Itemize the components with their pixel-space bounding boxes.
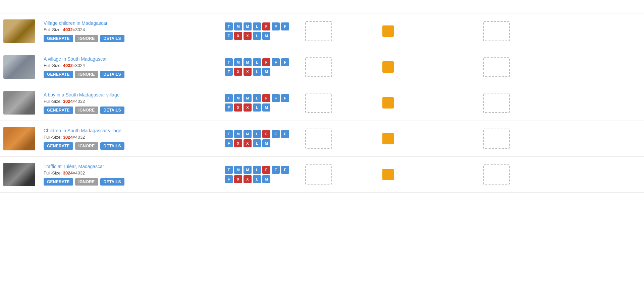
badge-l: L: [253, 103, 261, 112]
retina-upload-drop-zone[interactable]: [483, 164, 510, 185]
badge-x: X: [244, 175, 252, 183]
badge-m: M: [244, 58, 252, 66]
badge-f: F: [281, 130, 289, 138]
fullsize-drop-zone[interactable]: [305, 164, 332, 185]
badge-grid: TMMLFFF FXXLM: [225, 166, 305, 183]
badge-grid: TMMLFFF FXXLM: [225, 130, 305, 147]
fullsize-number: 4032: [63, 27, 73, 32]
badge-m: M: [244, 22, 252, 30]
main-table: Village children in Madagascar Full-Size…: [0, 0, 644, 283]
fullsize-replace-cell: [305, 164, 382, 185]
generate-button[interactable]: GENERATE: [44, 35, 73, 42]
thumbnail-image: [3, 163, 35, 186]
badge-row-2: FXXLM: [225, 103, 305, 112]
badge-f: F: [281, 94, 289, 102]
image-title: Children in South Madagascar village: [44, 128, 225, 133]
media-cell: TMMLFFF FXXLM: [225, 94, 305, 112]
badge-f: F: [262, 130, 270, 138]
details-button[interactable]: DETAILS: [100, 178, 124, 186]
fullsize-drop-zone[interactable]: [305, 21, 332, 41]
badge-m: M: [244, 94, 252, 102]
fullsize-number: 3024: [63, 135, 73, 140]
retina-upload-drop-zone[interactable]: [483, 129, 510, 149]
badge-f: F: [272, 22, 280, 30]
badge-m: M: [234, 94, 242, 102]
badge-row-1: TMMLFFF: [225, 130, 305, 138]
badge-m: M: [262, 32, 270, 40]
badge-f: F: [272, 58, 280, 66]
ignore-button[interactable]: IGNORE: [75, 107, 98, 114]
ignore-button[interactable]: IGNORE: [75, 178, 98, 186]
media-cell: TMMLFFF FXXLM: [225, 22, 305, 40]
badge-t: T: [225, 58, 233, 66]
generate-button[interactable]: GENERATE: [44, 142, 73, 150]
action-buttons: GENERATE IGNORE DETAILS: [44, 71, 225, 78]
thumbnail-cell: [3, 163, 44, 186]
image-title: Village children in Madagascar: [44, 20, 225, 26]
header-fullsize: [305, 3, 382, 9]
ignore-button[interactable]: IGNORE: [75, 71, 98, 78]
details-button[interactable]: DETAILS: [100, 107, 124, 114]
badge-t: T: [225, 22, 233, 30]
fullsize-replace-cell: [305, 21, 382, 41]
badge-row-1: TMMLFFF: [225, 58, 305, 66]
retina-cell: [382, 61, 483, 73]
fullsize-text: Full-Size: 3024×4032: [44, 99, 225, 104]
badge-l: L: [253, 175, 261, 183]
header-retina-upload: [483, 3, 577, 9]
details-button[interactable]: DETAILS: [100, 71, 124, 78]
retina-upload-drop-zone[interactable]: [483, 57, 510, 77]
badge-x: X: [244, 32, 252, 40]
base-cell: Children in South Madagascar village Ful…: [44, 128, 225, 150]
badge-f: F: [225, 32, 233, 40]
media-cell: TMMLFFF FXXLM: [225, 130, 305, 147]
retina-upload-drop-zone[interactable]: [483, 93, 510, 113]
thumbnail-cell: [3, 19, 44, 43]
badge-x: X: [234, 175, 242, 183]
table-row: A boy in a South Madagascar village Full…: [0, 85, 644, 121]
base-cell: Village children in Madagascar Full-Size…: [44, 20, 225, 42]
table-row: Village children in Madagascar Full-Size…: [0, 13, 644, 49]
badge-x: X: [244, 103, 252, 112]
action-buttons: GENERATE IGNORE DETAILS: [44, 107, 225, 114]
base-cell: A village in South Madagascar Full-Size:…: [44, 56, 225, 78]
retina-cell: [382, 169, 483, 180]
badge-grid: TMMLFFF FXXLM: [225, 94, 305, 112]
generate-button[interactable]: GENERATE: [44, 107, 73, 114]
badge-m: M: [234, 58, 242, 66]
fullsize-drop-zone[interactable]: [305, 57, 332, 77]
generate-button[interactable]: GENERATE: [44, 71, 73, 78]
retina-indicator: [382, 97, 394, 109]
badge-f: F: [281, 166, 289, 174]
table-row: Traffic at Tuléar, Madagascar Full-Size:…: [0, 157, 644, 193]
details-button[interactable]: DETAILS: [100, 35, 124, 42]
badge-f: F: [225, 68, 233, 76]
fullsize-drop-zone[interactable]: [305, 129, 332, 149]
badge-m: M: [262, 139, 270, 147]
details-button[interactable]: DETAILS: [100, 142, 124, 150]
action-buttons: GENERATE IGNORE DETAILS: [44, 178, 225, 186]
ignore-button[interactable]: IGNORE: [75, 142, 98, 150]
badge-row-2: FXXLM: [225, 175, 305, 183]
badge-f: F: [281, 22, 289, 30]
badge-x: X: [234, 68, 242, 76]
thumbnail-image: [3, 91, 35, 115]
retina-upload-cell: [483, 93, 577, 113]
badge-l: L: [253, 139, 261, 147]
thumbnail-cell: [3, 55, 44, 79]
action-buttons: GENERATE IGNORE DETAILS: [44, 35, 225, 42]
retina-indicator: [382, 61, 394, 73]
badge-row-1: TMMLFFF: [225, 22, 305, 30]
generate-button[interactable]: GENERATE: [44, 178, 73, 186]
badge-f: F: [272, 166, 280, 174]
fullsize-replace-cell: [305, 93, 382, 113]
ignore-button[interactable]: IGNORE: [75, 35, 98, 42]
fullsize-text: Full-Size: 4032×3024: [44, 63, 225, 68]
badge-f: F: [281, 58, 289, 66]
thumbnail-image: [3, 127, 35, 150]
badge-f: F: [272, 130, 280, 138]
retina-upload-drop-zone[interactable]: [483, 21, 510, 41]
fullsize-drop-zone[interactable]: [305, 93, 332, 113]
thumbnail-image: [3, 19, 35, 43]
action-buttons: GENERATE IGNORE DETAILS: [44, 142, 225, 150]
